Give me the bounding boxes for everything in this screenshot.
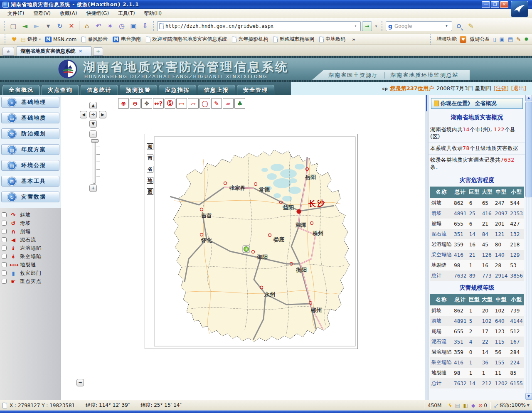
scroll-down-icon[interactable]: ▼ [525,393,532,400]
close-button[interactable]: ✕ [500,1,508,8]
home-button[interactable]: ⌂ [81,21,92,32]
select-polygon-tool[interactable]: ▱ [188,98,199,109]
history-clock-button[interactable]: ◷ [116,21,127,32]
history-dropdown-button[interactable]: ▾ [43,21,54,32]
hunan-map[interactable]: 张家界常德岳阳益阳吉首湘潭株州娄底怀化邵阳衡阳永州郴州长沙 [145,134,357,349]
layer-checkbox[interactable] [2,279,7,284]
zoom-out-tool[interactable]: ⊖ [130,98,140,109]
window-icon[interactable]: ▣ [500,36,505,42]
tab-active[interactable]: 湖南省地质灾害信息系统 ✕ [17,46,91,56]
address-bar[interactable]: http://dzzh.hndh.gov.cn/gridweb.aspx ▾ [157,21,361,31]
new-page-button[interactable]: ▢ [8,21,19,32]
boost-lightning-icon[interactable]: ϟ [448,403,452,408]
new-tab-button[interactable]: + [93,47,103,56]
search-box[interactable]: g Google ▾ [386,21,452,31]
pan-center-button[interactable]: ✛ [89,111,97,118]
zoom-level[interactable]: 缩放:100% [500,402,525,409]
zoom-in-button[interactable]: + [89,184,97,192]
sidebar-section-灾害数据[interactable]: ↻灾害数据 [1,192,59,202]
link-item[interactable]: 光年摄影机构 [232,36,268,43]
go-dropdown-icon[interactable]: ▾ [373,21,379,32]
charity-label[interactable]: 傲游公益 [470,36,490,43]
stop-button[interactable]: ✕ [66,21,77,32]
map-viewport[interactable]: ▲ ◀ ✛ ▶ ▼ − + ⊕⊖✥↔?Ⓢ▭▱◯✎▰♣ [62,95,425,400]
favorites-heart-icon[interactable]: ♥ [12,36,17,43]
links-overflow-icon[interactable]: » [352,37,355,42]
select-rectangle-tool[interactable]: ▭ [176,98,187,109]
forward-button[interactable]: ► [31,21,42,32]
full-extent-tool[interactable]: ♣ [234,98,245,109]
menu-item[interactable]: 快捷组(G) [82,9,113,18]
minimize-button[interactable]: — [482,1,490,8]
next-page-button[interactable]: → [76,379,84,386]
tab-close-icon[interactable]: ✕ [79,49,82,54]
search-input[interactable]: Google [394,23,441,29]
pan-left-button[interactable]: ◀ [80,111,87,118]
draw-line-tool[interactable]: ✎ [211,98,222,109]
logout-link[interactable]: [注销] [494,85,509,92]
layer-checkbox[interactable] [2,254,7,259]
map-frame[interactable]: 张家界常德岳阳益阳吉首湘潭株州娄底怀化邵阳衡阳永州郴州长沙 湖南省地图 [145,134,358,349]
notes-icon[interactable]: ▤ [508,36,513,42]
menu-item[interactable]: 收藏(A) [56,9,81,18]
measure-distance-tool[interactable]: ↔? [153,98,164,109]
scroll-up-icon[interactable]: ▲ [525,95,532,101]
resize-icon[interactable]: ⤢ [494,403,498,408]
scale-tool[interactable]: Ⓢ [165,98,175,109]
layer-checkbox[interactable] [2,229,7,234]
ad-blocker-icon[interactable]: ⊘ [478,403,483,408]
pan-up-button[interactable]: ▲ [89,102,97,109]
scrollbar-thumb[interactable] [525,102,532,197]
proxy-printer-icon[interactable]: ▤ [455,403,460,408]
refresh-button[interactable]: ↻ [54,21,65,32]
vertical-scrollbar[interactable]: ▲ ▼ [525,95,532,400]
city-marker[interactable] [297,209,301,214]
zoom-out-button[interactable]: − [89,130,97,138]
undo-button[interactable]: ↶ [93,21,104,32]
search-go-icon[interactable] [453,21,464,32]
exit-link[interactable]: [退出] [511,85,526,92]
zoom-slider[interactable] [93,139,96,184]
panel-splitter[interactable] [425,95,428,400]
link-item[interactable]: 觅路城市精品网 [273,36,314,43]
sidebar-section-年度方案[interactable]: ▤年度方案 [1,144,59,155]
highlight-icon[interactable]: ✎ [466,21,476,32]
charity-shield-icon[interactable]: ♥ [460,36,466,43]
favorites-star-icon[interactable]: ★ [2,47,14,56]
layer-checkbox[interactable] [2,270,7,275]
select-circle-tool[interactable]: ◯ [200,98,210,109]
locate-button[interactable] [243,246,250,253]
layer-checkbox[interactable] [2,262,7,267]
menu-item[interactable]: 文件(F) [3,9,28,18]
nav-tab-信息统计[interactable]: 信息统计 [81,85,118,95]
zoom-slider-thumb[interactable] [91,139,99,143]
layer-checkbox[interactable] [2,246,7,251]
sidebar-section-基础地质[interactable]: ▭基础地质 [1,113,59,123]
download-button[interactable]: ⇩ [140,21,150,32]
sidebar-section-环境公报[interactable]: ▤环境公报 [1,160,59,171]
menu-item[interactable]: 帮助(H) [140,9,166,18]
nav-tab-预测预警[interactable]: 预测预警 [120,85,157,95]
eraser-tool[interactable]: ▰ [223,98,234,109]
layer-checkbox[interactable] [2,237,7,242]
layer-checkbox[interactable] [2,212,7,217]
plugin-diamond-icon[interactable]: ◆ [471,403,475,408]
new-window-icon[interactable]: ◧ [463,403,468,408]
plugin-label[interactable]: 增强功能 [436,36,456,43]
layer-checkbox[interactable] [2,221,7,226]
nav-tab-应急指挥[interactable]: 应急指挥 [159,85,196,95]
google-icon[interactable]: g [388,23,392,30]
pen-icon[interactable]: ✎ [516,36,521,42]
url-text[interactable]: http://dzzh.hndh.gov.cn/gridweb.aspx [165,23,351,29]
search-dropdown-icon[interactable]: ▾ [443,22,450,30]
sidebar-section-基础地理[interactable]: »基础地理 [1,97,59,108]
back-button[interactable]: ◄ [20,21,30,32]
sidebar-section-基本工具[interactable]: ⊞基本工具 [1,176,59,187]
window-list-button[interactable]: ▣ [128,21,139,32]
globe-icon[interactable]: ✹ [524,36,529,42]
pan-tool[interactable]: ✥ [141,98,152,109]
link-item[interactable]: 欢迎登陆湖南省地质灾害信息系统 [146,36,227,43]
menu-item[interactable]: 工具(T) [114,9,139,18]
nav-tab-灾点查询[interactable]: 灾点查询 [42,85,79,95]
zoom-dropdown-icon[interactable]: ▼ [527,403,530,407]
